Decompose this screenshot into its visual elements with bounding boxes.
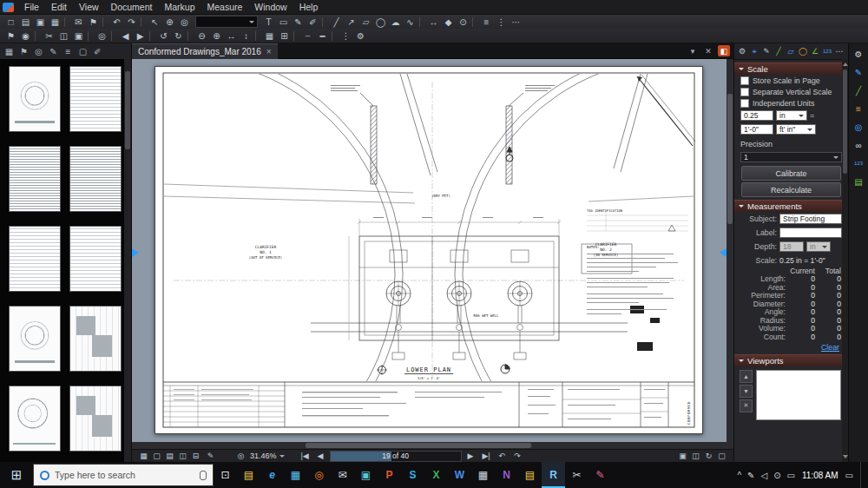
document-canvas[interactable]: CLARIFIER NO. 1 (OUT OF SERVICE) CLARIFI… [132, 59, 733, 442]
more-icon[interactable]: ⋯ [833, 45, 845, 57]
scale-target-unit-select[interactable]: ft' in" [776, 124, 816, 135]
line-tool-icon[interactable]: ╱ [329, 16, 344, 28]
spaces-panel-icon[interactable]: ▢ [76, 45, 90, 58]
tray-expand-icon[interactable]: ^ [737, 471, 741, 480]
document-tab[interactable]: Conformed Drawings_Mar 2016 × [132, 43, 278, 59]
zoom-tool-icon[interactable]: ◎ [177, 16, 192, 28]
layers-panel-icon[interactable]: ▤ [852, 175, 866, 188]
calibrate-crosshair-icon[interactable]: ⌖ [748, 45, 760, 57]
first-page-button[interactable]: |◀ [299, 451, 312, 462]
store-icon[interactable]: ▦ [284, 462, 307, 488]
highlighter-tool-icon[interactable]: ✐ [306, 16, 320, 28]
revu-icon[interactable]: R [542, 462, 565, 488]
pen-tool-icon[interactable]: ✎ [291, 16, 306, 28]
menu-item[interactable]: Help [293, 1, 325, 13]
search-panel-icon[interactable]: ◎ [852, 120, 866, 134]
more-icon[interactable]: ⋯ [509, 16, 523, 28]
cut-icon[interactable]: ✂ [42, 30, 56, 42]
calibrate-button[interactable]: Calibrate [741, 166, 841, 181]
tab-list-dropdown-icon[interactable]: ▾ [687, 45, 699, 56]
measurements-panel-icon[interactable]: ╱ [852, 83, 866, 97]
snapshot-icon[interactable]: ▣ [676, 451, 689, 462]
viewports-section-header[interactable]: Viewports [734, 354, 848, 366]
photos-icon[interactable]: ▣ [354, 462, 378, 488]
menu-item[interactable]: Measure [201, 1, 248, 13]
search-panel-icon[interactable]: ◎ [31, 45, 46, 58]
excel-icon[interactable]: X [424, 462, 448, 488]
microphone-icon[interactable] [200, 471, 207, 480]
grid-icon[interactable]: ▦ [262, 30, 277, 42]
layers-panel-icon[interactable]: ≡ [61, 45, 76, 58]
polyline-tool-icon[interactable]: ∿ [403, 16, 418, 28]
viewport-close-button[interactable]: ✕ [740, 399, 753, 412]
page-thumbnail[interactable] [9, 226, 61, 292]
count-panel-icon[interactable]: 123 [852, 156, 866, 170]
menu-item[interactable]: Document [105, 1, 159, 13]
page-thumbnail[interactable] [69, 226, 122, 292]
search-icon[interactable]: ◎ [95, 30, 109, 42]
task-view-icon[interactable]: ⊡ [214, 462, 237, 488]
snip-icon[interactable]: ✂ [565, 462, 589, 488]
page-thumbnail[interactable] [9, 306, 61, 372]
scale-unit-select[interactable]: in [776, 110, 807, 121]
fit-page-icon[interactable]: ↕ [239, 30, 253, 42]
scale-target-input[interactable]: 1'-0" [740, 124, 773, 135]
fullscreen-icon[interactable]: ▢ [715, 451, 728, 462]
save-icon[interactable]: ▣ [33, 16, 48, 28]
menu-item[interactable]: Edit [45, 1, 73, 13]
next-page-icon[interactable]: ▶ [133, 30, 148, 42]
length-icon[interactable]: ╱ [773, 45, 785, 57]
angle-icon[interactable]: ∠ [809, 45, 821, 57]
compare-icon[interactable]: ◫ [689, 451, 702, 462]
checkbox[interactable] [740, 76, 749, 85]
profile-dropdown[interactable] [195, 16, 258, 28]
rectangle-tool-icon[interactable]: ▱ [358, 16, 373, 28]
close-tab-icon[interactable]: × [266, 47, 272, 56]
properties-panel-icon[interactable]: ⚙ [852, 47, 866, 61]
checkbox[interactable] [740, 88, 749, 96]
area-measure-icon[interactable]: ◆ [441, 16, 456, 28]
properties-icon[interactable]: ⚙ [736, 45, 748, 57]
edge-icon[interactable]: e [260, 462, 284, 488]
align-left-icon[interactable]: ≡ [479, 16, 494, 28]
page-thumbnail[interactable] [69, 386, 122, 452]
bookmarks-panel-icon[interactable]: ⚑ [16, 45, 31, 58]
next-page-button[interactable]: ▶ [464, 451, 477, 462]
page-thumbnail[interactable] [69, 306, 122, 372]
rotate-ccw-icon[interactable]: ↺ [156, 30, 171, 42]
measurements-section-header[interactable]: Measurements [734, 200, 848, 212]
count-measure-icon[interactable]: ⊙ [456, 16, 470, 28]
menu-item[interactable]: File [18, 1, 45, 13]
pen-icon[interactable]: ✎ [760, 45, 773, 57]
pan-tool-icon[interactable]: ⊕ [162, 16, 177, 28]
single-page-icon[interactable]: ▢ [150, 451, 163, 462]
file-explorer-icon[interactable]: ▤ [237, 462, 260, 488]
signatures-panel-icon[interactable]: ✐ [90, 45, 105, 58]
scale-section-header[interactable]: Scale [734, 63, 848, 75]
clear-link[interactable]: Clear [734, 341, 848, 352]
battery-icon[interactable]: ▭ [787, 471, 795, 480]
paste-icon[interactable]: ▣ [71, 30, 86, 42]
word-icon[interactable]: W [448, 462, 471, 488]
previous-page-icon[interactable]: ◀ [118, 30, 133, 42]
show-desktop-button[interactable] [860, 462, 865, 488]
length-measure-icon[interactable]: ↔ [426, 16, 441, 28]
label-input[interactable] [779, 228, 842, 238]
page-thumbnail[interactable] [69, 66, 122, 132]
volume-icon[interactable]: ◁ [760, 471, 767, 480]
panel-collapse-arrow-right[interactable] [715, 248, 727, 257]
panel-toggle-icon[interactable]: ◧ [718, 45, 730, 56]
markup-mode-icon[interactable]: ✎ [204, 451, 217, 462]
firefox-icon[interactable]: ◎ [307, 462, 331, 488]
viewport-down-button[interactable]: ▼ [740, 385, 753, 398]
continuous-mode-icon[interactable]: ▤ [163, 451, 176, 462]
previous-page-button[interactable]: ◀ [314, 451, 327, 462]
settings-icon[interactable]: ⚙ [353, 30, 368, 42]
thumbnails-scrollbar[interactable] [124, 59, 131, 462]
line-weight-icon[interactable]: ━ [315, 30, 330, 42]
menu-item[interactable]: Window [248, 1, 293, 13]
copy-icon[interactable]: ◫ [56, 30, 71, 42]
print-icon[interactable]: ▦ [48, 16, 62, 28]
sync-views-icon[interactable]: ↻ [702, 451, 715, 462]
markup-list-icon[interactable]: ⋮ [339, 30, 353, 42]
